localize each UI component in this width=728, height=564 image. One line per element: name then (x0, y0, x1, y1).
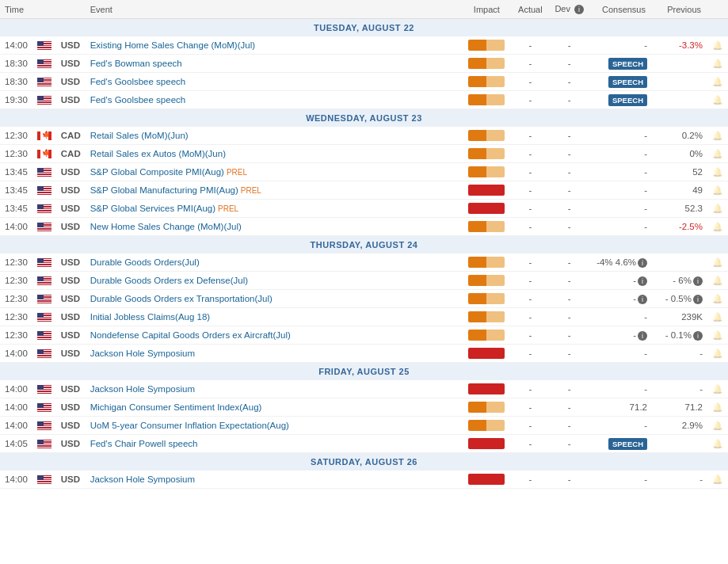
section-header: FRIDAY, AUGUST 25 (0, 363, 728, 381)
cell-event[interactable]: S&P Global Composite PMI(Aug)PREL (86, 163, 463, 181)
cell-bell[interactable]: 🔔 (707, 91, 728, 109)
cell-bell[interactable]: 🔔 (707, 417, 728, 435)
cell-time: 14:00 (0, 417, 32, 435)
bell-icon[interactable]: 🔔 (712, 384, 723, 394)
cell-actual: - (510, 471, 550, 489)
speech-badge: SPEECH (608, 94, 647, 106)
cell-event[interactable]: Retail Sales ex Autos (MoM)(Jun) (86, 145, 463, 163)
cell-bell[interactable]: 🔔 (707, 308, 728, 326)
bell-icon[interactable]: 🔔 (712, 294, 723, 303)
cell-dev: - (550, 91, 589, 109)
cell-bell[interactable]: 🔔 (707, 272, 728, 290)
bell-icon[interactable]: 🔔 (712, 167, 723, 177)
table-row: 12:30CADRetail Sales (MoM)(Jun)---0.2%🔔 (0, 127, 728, 145)
cell-event[interactable]: Jackson Hole Symposium (86, 471, 463, 489)
bell-icon[interactable]: 🔔 (712, 257, 723, 267)
col-header-previous: Previous (652, 0, 707, 19)
cell-event[interactable]: Fed's Goolsbee speech (86, 73, 463, 91)
impact-bar (468, 330, 505, 341)
cell-event[interactable]: New Home Sales Change (MoM)(Jul) (86, 218, 463, 236)
bell-icon[interactable]: 🔔 (712, 95, 723, 105)
cell-event[interactable]: Initial Jobless Claims(Aug 18) (86, 308, 463, 326)
cell-bell[interactable]: 🔔 (707, 200, 728, 218)
bell-icon[interactable]: 🔔 (712, 312, 723, 322)
cell-currency: USD (56, 218, 86, 236)
col-header-impact: Impact (463, 0, 510, 19)
impact-bar (468, 58, 505, 69)
cell-bell[interactable]: 🔔 (707, 290, 728, 308)
bell-icon[interactable]: 🔔 (712, 131, 723, 140)
cell-event[interactable]: S&P Global Services PMI(Aug)PREL (86, 200, 463, 218)
cell-dev: - (550, 127, 589, 145)
cell-event[interactable]: Durable Goods Orders(Jul) (86, 253, 463, 272)
cell-dev: - (550, 218, 589, 236)
cell-bell[interactable]: 🔔 (707, 435, 728, 453)
bell-icon[interactable]: 🔔 (712, 204, 723, 213)
cell-currency: USD (56, 308, 86, 326)
cell-consensus: - (589, 345, 652, 363)
cell-bell[interactable]: 🔔 (707, 36, 728, 55)
cell-currency: USD (56, 253, 86, 272)
bell-icon[interactable]: 🔔 (712, 439, 723, 448)
cell-bell[interactable]: 🔔 (707, 218, 728, 236)
cell-dev: - (550, 36, 589, 55)
cell-actual: - (510, 417, 550, 435)
cell-bell[interactable]: 🔔 (707, 181, 728, 200)
cell-bell[interactable]: 🔔 (707, 55, 728, 73)
cell-currency: USD (56, 471, 86, 489)
cell-bell[interactable]: 🔔 (707, 145, 728, 163)
cell-bell[interactable]: 🔔 (707, 380, 728, 398)
cell-event[interactable]: Durable Goods Orders ex Transportation(J… (86, 290, 463, 308)
flag-us (37, 41, 51, 50)
table-row: 12:30USDDurable Goods Orders(Jul)---4% 4… (0, 253, 728, 272)
cell-event[interactable]: Durable Goods Orders ex Defense(Jul) (86, 272, 463, 290)
cell-bell[interactable]: 🔔 (707, 345, 728, 363)
cell-bell[interactable]: 🔔 (707, 471, 728, 489)
bell-icon[interactable]: 🔔 (712, 59, 723, 68)
cell-consensus: - (589, 181, 652, 200)
bell-icon[interactable]: 🔔 (712, 349, 723, 358)
bell-icon[interactable]: 🔔 (712, 185, 723, 195)
cell-event[interactable]: Fed's Chair Powell speech (86, 435, 463, 453)
cell-dev: - (550, 435, 589, 453)
cell-event[interactable]: Jackson Hole Symposium (86, 345, 463, 363)
cell-consensus: - (589, 218, 652, 236)
speech-badge: SPEECH (608, 76, 647, 88)
cell-flag (32, 36, 56, 55)
cell-bell[interactable]: 🔔 (707, 127, 728, 145)
bell-icon[interactable]: 🔔 (712, 222, 723, 231)
cell-flag (32, 272, 56, 290)
cell-currency: USD (56, 326, 86, 345)
bell-icon[interactable]: 🔔 (712, 276, 723, 285)
cell-bell[interactable]: 🔔 (707, 398, 728, 417)
cell-event[interactable]: Jackson Hole Symposium (86, 380, 463, 398)
cell-bell[interactable]: 🔔 (707, 326, 728, 345)
table-row: 12:30CADRetail Sales ex Autos (MoM)(Jun)… (0, 145, 728, 163)
bell-icon[interactable]: 🔔 (712, 40, 723, 50)
bell-icon[interactable]: 🔔 (712, 149, 723, 158)
cell-consensus: - (589, 163, 652, 181)
cell-event[interactable]: UoM 5-year Consumer Inflation Expectatio… (86, 417, 463, 435)
cell-event[interactable]: Fed's Goolsbee speech (86, 91, 463, 109)
bell-icon[interactable]: 🔔 (712, 77, 723, 86)
cell-event[interactable]: Existing Home Sales Change (MoM)(Jul) (86, 36, 463, 55)
impact-bar (468, 275, 505, 286)
cell-bell[interactable]: 🔔 (707, 253, 728, 272)
cell-bell[interactable]: 🔔 (707, 163, 728, 181)
cell-flag (32, 471, 56, 489)
cell-event[interactable]: Michigan Consumer Sentiment Index(Aug) (86, 398, 463, 417)
cell-previous (652, 91, 707, 109)
cell-bell[interactable]: 🔔 (707, 73, 728, 91)
cell-flag (32, 326, 56, 345)
cell-event[interactable]: S&P Global Manufacturing PMI(Aug)PREL (86, 181, 463, 200)
cell-actual: - (510, 181, 550, 200)
bell-icon[interactable]: 🔔 (712, 402, 723, 412)
cell-event[interactable]: Nondefense Capital Goods Orders ex Aircr… (86, 326, 463, 345)
bell-icon[interactable]: 🔔 (712, 474, 723, 484)
bell-icon[interactable]: 🔔 (712, 421, 723, 430)
cell-flag (32, 91, 56, 109)
cell-event[interactable]: Retail Sales (MoM)(Jun) (86, 127, 463, 145)
cell-previous (652, 435, 707, 453)
bell-icon[interactable]: 🔔 (712, 330, 723, 340)
cell-event[interactable]: Fed's Bowman speech (86, 55, 463, 73)
